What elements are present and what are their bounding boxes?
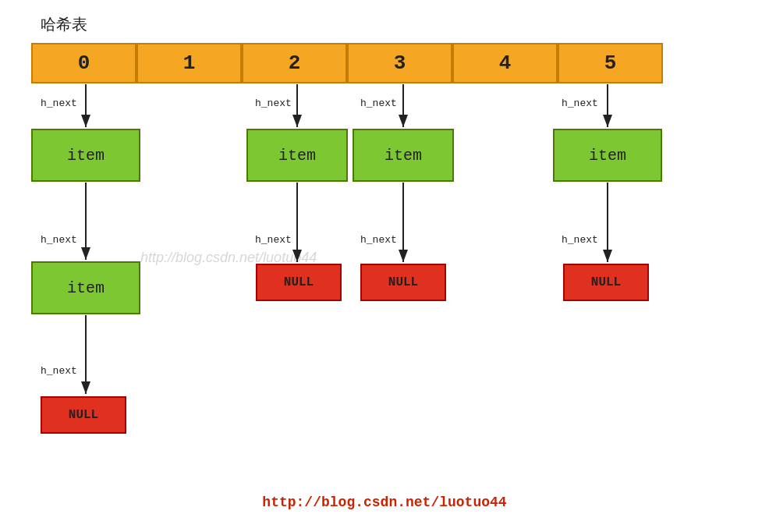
label-col4-hnext2: h_next [562,234,598,246]
item-col3-row1: item [353,129,454,182]
label-col0-hnext1: h_next [41,98,77,109]
page-title: 哈希表 [41,14,87,35]
footer-url: http://blog.csdn.net/luotuo44 [0,495,769,510]
label-col0-hnext3: h_next [41,365,77,377]
label-col3-hnext2: h_next [360,234,397,246]
hash-cell-4: 4 [452,43,558,83]
label-col0-hnext2: h_next [41,234,77,246]
main-canvas: 哈希表 0 1 2 3 4 5 h_next h_next h_next h_n… [0,0,769,532]
item-col2-row1: item [246,129,348,182]
item-col0-row1: item [31,129,140,182]
label-col2-hnext1: h_next [255,98,292,109]
hash-table: 0 1 2 3 4 5 [31,43,663,83]
null-col3-row2: NULL [360,264,446,301]
hash-cell-1: 1 [136,43,242,83]
hash-cell-3: 3 [347,43,452,83]
watermark: http://blog.csdn.net/luotuo44 [140,250,317,266]
hash-cell-5: 5 [558,43,663,83]
hash-cell-0: 0 [31,43,136,83]
null-col4-row2: NULL [563,264,649,301]
item-col4-row1: item [553,129,662,182]
null-col0-row3: NULL [41,396,126,434]
item-col0-row2: item [31,261,140,314]
label-col4-hnext1: h_next [562,98,598,109]
label-col3-hnext1: h_next [360,98,397,109]
null-col2-row2: NULL [256,264,342,301]
label-col2-hnext2: h_next [255,234,292,246]
hash-cell-2: 2 [242,43,347,83]
